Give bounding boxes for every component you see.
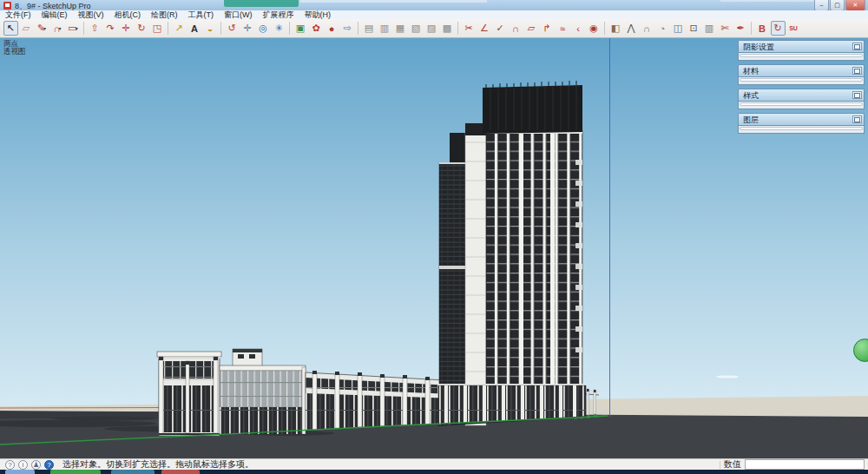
move-tool-button[interactable]: ✛ [119, 21, 134, 36]
sandbox-from-scratch-tool-button[interactable]: ▥ [378, 21, 392, 36]
shadows-tool-icon: ● [329, 23, 335, 34]
paint-bucket-tool-button[interactable]: ◒ [203, 21, 218, 36]
toolbar: ↖▱✎▾∩▾▭▾⇧↷✛↻◳↗A◒↺✛◎✳▣✿●⇨▤▥▦▧▨▩✂∠✓∩▱↱≈‹◉◧… [0, 19, 868, 38]
orbit-tool-button[interactable]: ↺ [225, 21, 240, 36]
menu-view[interactable]: 视图(V) [73, 10, 109, 19]
zoom-tool-button[interactable]: ◎ [256, 21, 271, 36]
export-tool-button[interactable]: ⇨ [340, 21, 355, 36]
sandbox-smoove-tool-icon: ▦ [396, 23, 404, 34]
freehand-tool-button[interactable]: ≈ [556, 21, 570, 36]
dome-tool-icon: ∩ [643, 23, 650, 34]
menu-edit[interactable]: 编辑(E) [36, 10, 73, 19]
protractor-tool-button[interactable]: ∠ [477, 21, 492, 36]
geolocation-icon[interactable]: ? [5, 460, 15, 470]
point-tool-button[interactable]: ◉ [587, 21, 602, 36]
close-button[interactable]: ✕ [845, 0, 865, 10]
minimize-button[interactable]: – [814, 0, 829, 10]
bezier-tool-button[interactable]: ∩ [509, 21, 523, 36]
panel-collapse-button[interactable] [852, 43, 862, 50]
pan-tool-button[interactable]: ✛ [240, 21, 255, 36]
select-tool-button[interactable]: ↖ [3, 21, 18, 36]
cutter-tool-button[interactable]: ✄ [718, 21, 733, 36]
taskbar-app-icon[interactable] [161, 470, 200, 474]
menu-camera[interactable]: 相机(C) [109, 10, 147, 19]
background-window-fragment [300, 0, 487, 3]
dropdown-caret-icon[interactable]: ▾ [43, 25, 46, 31]
menu-file[interactable]: 文件(F) [0, 10, 36, 19]
dropdown-caret-icon[interactable]: ▾ [76, 25, 78, 31]
menu-bar: 文件(F)编辑(E)视图(V)相机(C)绘图(R)工具(T)窗口(W)扩展程序帮… [0, 10, 868, 19]
scale-tool-button[interactable]: ◳ [150, 21, 165, 36]
signin-icon[interactable]: ♟ [31, 460, 41, 470]
panel-title-bar[interactable]: 材料 [738, 64, 865, 76]
start-orb-icon[interactable] [5, 470, 35, 474]
offset-tool-icon: ▱ [528, 23, 535, 34]
menu-extensions[interactable]: 扩展程序 [258, 10, 299, 19]
panel-collapse-button[interactable] [852, 91, 862, 99]
sandbox-from-scratch-tool-icon: ▥ [380, 23, 389, 34]
panel-title-bar[interactable]: 样式 [738, 89, 865, 101]
credit-icon[interactable]: i [18, 460, 28, 470]
flip-tool-icon: ↱ [542, 23, 550, 34]
dropdown-caret-icon[interactable]: ▾ [58, 25, 61, 31]
panel-shadow-settings: 阴影设置 [738, 40, 865, 61]
components-tool-icon: ✿ [312, 23, 319, 34]
rectangle-tool-button[interactable]: ▭▾ [66, 21, 81, 36]
components-tool-button[interactable]: ✿ [309, 21, 324, 36]
sphere-tool-button[interactable]: ◔ [655, 21, 670, 36]
sandbox-detail-tool-button[interactable]: ▩ [440, 21, 455, 36]
sandbox-smoove-tool-button[interactable]: ▦ [393, 21, 408, 36]
offset-tool-button[interactable]: ▱ [524, 21, 539, 36]
ruler-tool-button[interactable]: ⋀ [624, 21, 639, 36]
stack-tool-icon: ▥ [705, 23, 713, 34]
measurement-input[interactable] [745, 459, 865, 470]
taskbar-app-icon[interactable] [111, 470, 155, 474]
eraser-tool-button[interactable]: ▱ [19, 21, 34, 36]
box-tool-button[interactable]: ◧ [608, 21, 623, 36]
panel-body [738, 52, 865, 61]
check-tool-button[interactable]: ✓ [493, 21, 508, 36]
text-tool-button[interactable]: A [187, 21, 202, 36]
views-tool-button[interactable]: ▣ [293, 21, 308, 36]
maximize-button[interactable]: ▢ [830, 0, 845, 10]
warehouse-tool-button[interactable]: B [755, 21, 770, 36]
rotate-tool-button[interactable]: ↻ [135, 21, 149, 36]
help-icon[interactable]: ? [44, 460, 54, 470]
sandbox-from-contours-tool-button[interactable]: ▤ [362, 21, 377, 36]
pages-tool-button[interactable]: ◫ [671, 21, 686, 36]
push-pull-tool-button[interactable]: ⇧ [88, 21, 102, 36]
windows-taskbar[interactable] [0, 470, 868, 474]
knife-tool-button[interactable]: ✒ [733, 21, 748, 36]
export-tool-icon: ⇨ [343, 23, 351, 34]
panel-collapse-button[interactable] [852, 67, 862, 75]
layout-su-tool-button[interactable]: SU [786, 21, 801, 36]
sandbox-stamp-tool-button[interactable]: ▧ [409, 21, 424, 36]
shadows-tool-button[interactable]: ● [325, 21, 339, 36]
panel-styles: 样式 [738, 89, 865, 109]
dome-tool-button[interactable]: ∩ [640, 21, 654, 36]
sandbox-drape-tool-button[interactable]: ▨ [424, 21, 439, 36]
angle-tool-button[interactable]: ‹ [571, 21, 586, 36]
follow-me-tool-button[interactable]: ↷ [103, 21, 118, 36]
extensions-tool-button[interactable]: ↻ [771, 21, 786, 36]
select-box-tool-button[interactable]: ⊡ [687, 21, 701, 36]
menu-help[interactable]: 帮助(H) [299, 10, 337, 19]
panel-collapse-button[interactable] [852, 115, 862, 123]
cut-tool-button[interactable]: ✂ [462, 21, 477, 36]
stack-tool-button[interactable]: ▥ [702, 21, 717, 36]
menu-window[interactable]: 窗口(W) [219, 10, 258, 19]
flip-tool-button[interactable]: ↱ [540, 21, 555, 36]
line-tool-button[interactable]: ✎▾ [35, 21, 49, 36]
panel-title-bar[interactable]: 图层 [738, 113, 865, 125]
bezier-tool-icon: ∩ [512, 23, 519, 34]
zoom-extents-tool-button[interactable]: ✳ [272, 21, 286, 36]
menu-draw[interactable]: 绘图(R) [146, 10, 183, 19]
taskbar-app-icon[interactable] [50, 470, 101, 474]
viewport-canvas[interactable]: 两点 透视图 阴影设置 材料 [0, 38, 868, 458]
arc-tool-button[interactable]: ∩▾ [50, 21, 65, 36]
menu-tools[interactable]: 工具(T) [183, 10, 220, 19]
panel-title-bar[interactable]: 阴影设置 [738, 40, 865, 52]
tape-measure-tool-button[interactable]: ↗ [172, 21, 187, 36]
measurement-area: 数值 [720, 458, 868, 471]
text-tool-icon: A [191, 23, 198, 34]
